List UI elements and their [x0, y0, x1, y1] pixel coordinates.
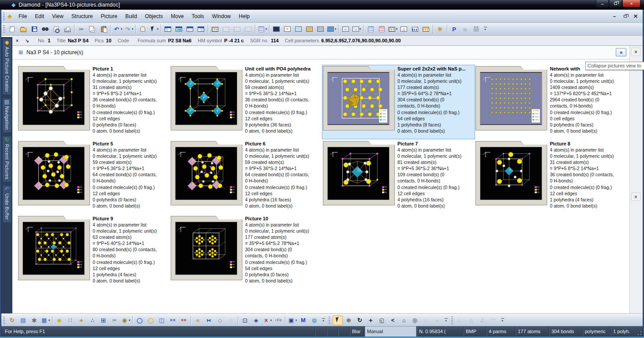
collapse-pictures-button[interactable]: » — [616, 48, 626, 56]
picture-card-10[interactable]: Picture 104 atom(s) in parameter list0 m… — [170, 215, 322, 289]
picture-card-5[interactable]: Picture 54 atom(s) in parameter list0 mo… — [18, 140, 170, 214]
split-view-button[interactable] — [196, 24, 206, 34]
restore-button[interactable] — [609, 0, 622, 7]
picture-card-1[interactable]: Picture 14 atom(s) in parameter list0 mo… — [18, 65, 170, 139]
delete-object-button[interactable]: ×▾ — [262, 316, 272, 325]
picture-thumbnail[interactable] — [171, 216, 243, 280]
toolbar-grip[interactable] — [3, 316, 5, 324]
destroy-all-button[interactable]: ×× — [179, 316, 189, 325]
print-button[interactable] — [62, 24, 72, 34]
toolbar-overflow-button[interactable]: ▾ — [443, 316, 449, 325]
dropdown-arrow-icon[interactable]: ▾ — [296, 319, 297, 322]
mdi-minimize-button[interactable]: – — [611, 13, 618, 19]
picture-card-6[interactable]: Picture 64 atom(s) in parameter list0 mo… — [170, 140, 322, 214]
close-structure-icon[interactable]: × — [14, 37, 21, 44]
mdi-restore-button[interactable] — [622, 13, 629, 19]
spin-mode-button[interactable]: ◎ — [410, 316, 420, 325]
toolbar-overflow-button[interactable]: ▾ — [483, 25, 488, 33]
dropdown-arrow-icon[interactable]: ▾ — [396, 27, 398, 31]
data-table-button[interactable] — [421, 24, 431, 34]
tracking-a-button[interactable]: ▱ — [421, 316, 431, 325]
fe-coordination-button[interactable]: ∘Fe — [273, 316, 283, 325]
picture-card-7[interactable]: Picture 74 atom(s) in parameter list0 mo… — [322, 140, 475, 214]
pointer-button[interactable]: ▾ — [149, 24, 159, 34]
picture-card-2[interactable]: Unit cell with PO4 polyhedra4 atom(s) in… — [170, 65, 322, 139]
pointer-select-button[interactable] — [333, 316, 343, 325]
photo-button[interactable]: ◙ — [460, 24, 470, 34]
picture-thumbnail[interactable] — [18, 66, 90, 130]
cell-cube-button[interactable]: ⊡ — [240, 316, 250, 325]
undo-button[interactable]: ↶▾ — [112, 24, 123, 34]
redo-button[interactable]: ↷▾ — [124, 24, 134, 34]
picture-new-button[interactable] — [282, 24, 292, 34]
sidebar-tab-auto-picture-creator[interactable]: ◆Auto Picture Creator — [2, 38, 12, 95]
report-list-button[interactable] — [366, 24, 376, 34]
menu-view[interactable]: View — [48, 11, 67, 21]
measure-angle-button[interactable]: △ — [466, 316, 476, 325]
find-button[interactable] — [40, 24, 50, 34]
copy-button[interactable] — [87, 24, 97, 34]
cell-edges-button[interactable]: ⊞ — [98, 316, 109, 325]
picture-card-9[interactable]: Picture 94 atom(s) in parameter list0 mo… — [18, 215, 170, 289]
dropdown-arrow-icon[interactable]: ▾ — [270, 319, 272, 322]
picture-add-button[interactable] — [293, 24, 303, 34]
picture-thumbnail[interactable] — [18, 141, 90, 205]
scale-mode-button[interactable]: ◱ — [377, 316, 387, 325]
fill-unit-cell-button[interactable]: ◆ — [54, 316, 64, 325]
minimize-button[interactable]: – — [596, 0, 609, 7]
dropdown-arrow-icon[interactable]: ▾ — [266, 27, 267, 31]
filled-molecule-button[interactable]: ◫ — [157, 316, 167, 325]
menu-edit[interactable]: Edit — [31, 11, 48, 21]
menu-window[interactable]: Window — [208, 11, 235, 21]
angle-mode-button[interactable]: < — [388, 316, 398, 325]
packing-mode-button[interactable]: ▣▾ — [287, 316, 297, 325]
picture-only-view-button[interactable] — [174, 24, 184, 34]
picture-thumbnail[interactable] — [323, 66, 395, 130]
sidebar-tab-navigation[interactable]: ▤Navigation — [2, 98, 12, 133]
goto-structure-icon[interactable]: ↘ — [23, 37, 30, 44]
properties-list-button[interactable] — [377, 24, 387, 34]
open-document-button[interactable] — [18, 24, 28, 34]
sidebar-tab-undo-buffer[interactable]: ↶Undo Buffer — [2, 185, 12, 223]
menu-move[interactable]: Move — [167, 11, 187, 21]
table-copy-button[interactable] — [232, 24, 242, 34]
render-mode-button[interactable]: ◍ — [309, 316, 319, 325]
polyhedra-blue-button[interactable]: ◯ — [135, 316, 145, 325]
previous-picture-button[interactable]: ← — [341, 24, 351, 34]
elevation-mode-button[interactable]: ⌂ — [399, 316, 409, 325]
dropdown-arrow-icon[interactable]: ▾ — [49, 319, 50, 322]
measure-torsion-button[interactable]: ∠ — [477, 316, 487, 325]
menu-file[interactable]: File — [15, 11, 31, 21]
measure-distance-button[interactable]: ∟ — [455, 316, 465, 325]
dropdown-arrow-icon[interactable]: ▾ — [157, 27, 159, 31]
ring-search-alt-button[interactable]: ◇ — [226, 316, 236, 325]
resize-grip[interactable] — [636, 326, 643, 337]
picture-wizard-button[interactable]: ∗ — [435, 24, 445, 34]
destroy-bonds-button[interactable]: ×× — [168, 316, 178, 325]
picture-update-button[interactable]: ↻ — [7, 316, 17, 325]
build-network-button[interactable]: ∺ — [204, 316, 214, 325]
connect-atoms-button[interactable]: ∴ — [87, 316, 97, 325]
polyhedra-gold-button[interactable]: ◯ — [146, 316, 156, 325]
data-sheet-view-button[interactable] — [185, 24, 195, 34]
toolbar-grip[interactable] — [3, 25, 5, 33]
toolbar-overflow-button[interactable]: ▾ — [321, 316, 326, 325]
picture-card-8[interactable]: Picture 84 atom(s) in parameter list0 mo… — [475, 140, 627, 214]
picture-tile-button[interactable] — [304, 24, 315, 34]
menu-help[interactable]: Help — [235, 11, 254, 21]
pan-button[interactable] — [138, 24, 148, 34]
list-mode-button[interactable]: ▾ — [257, 24, 267, 34]
tracking-b-button[interactable]: ▰ — [432, 316, 442, 325]
point-symbol-button[interactable]: P — [449, 24, 459, 34]
video-button[interactable] — [471, 24, 481, 34]
view-options-button[interactable]: ▦▾ — [40, 316, 50, 325]
move-mode-button[interactable]: + — [366, 316, 376, 325]
menubar-grip[interactable] — [3, 12, 5, 20]
sidebar-tab-recent-pictures[interactable]: ↻Recent Pictures — [2, 136, 12, 182]
menu-build[interactable]: Build — [121, 11, 141, 21]
lattice-plane-button[interactable]: ◈ — [251, 316, 261, 325]
dropdown-arrow-icon[interactable]: ▾ — [121, 27, 123, 31]
data-brief-button[interactable]: ▤ — [18, 316, 28, 325]
dropdown-arrow-icon[interactable]: ▾ — [132, 27, 134, 31]
rotate-mode-button[interactable]: ↻ — [355, 316, 365, 325]
